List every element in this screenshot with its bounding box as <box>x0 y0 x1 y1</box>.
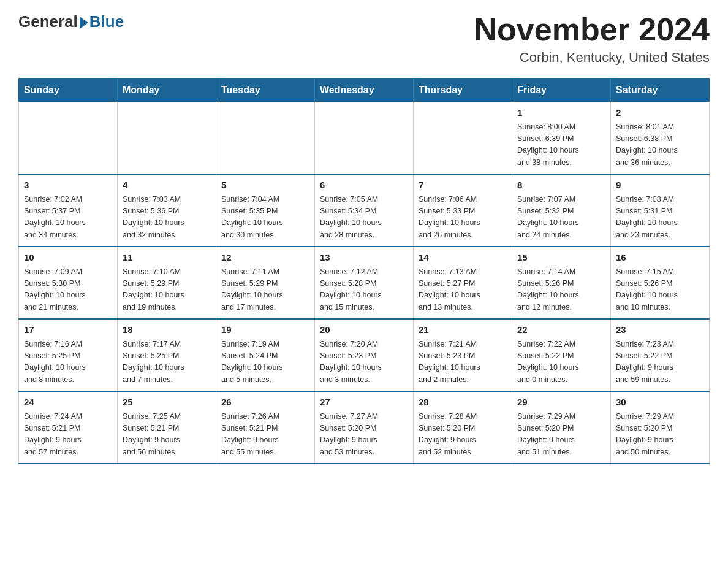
calendar-cell <box>118 102 216 175</box>
day-number: 18 <box>123 323 211 337</box>
calendar-cell: 2Sunrise: 8:01 AMSunset: 6:38 PMDaylight… <box>611 102 710 175</box>
days-header-row: SundayMondayTuesdayWednesdayThursdayFrid… <box>19 79 710 102</box>
day-info: Sunrise: 7:13 AMSunset: 5:27 PMDaylight:… <box>419 266 507 314</box>
calendar-cell: 29Sunrise: 7:29 AMSunset: 5:20 PMDayligh… <box>512 391 611 464</box>
calendar-cell: 8Sunrise: 7:07 AMSunset: 5:32 PMDaylight… <box>512 174 611 247</box>
month-title: November 2024 <box>474 12 710 47</box>
day-number: 27 <box>320 396 408 410</box>
calendar-cell: 24Sunrise: 7:24 AMSunset: 5:21 PMDayligh… <box>19 391 118 464</box>
day-number: 12 <box>221 251 309 265</box>
calendar-cell: 18Sunrise: 7:17 AMSunset: 5:25 PMDayligh… <box>118 319 216 391</box>
calendar-cell: 17Sunrise: 7:16 AMSunset: 5:25 PMDayligh… <box>19 319 118 391</box>
day-info: Sunrise: 7:17 AMSunset: 5:25 PMDaylight:… <box>123 339 211 386</box>
calendar-cell: 12Sunrise: 7:11 AMSunset: 5:29 PMDayligh… <box>216 247 315 319</box>
logo: General Blue <box>18 12 124 31</box>
day-info: Sunrise: 7:03 AMSunset: 5:36 PMDaylight:… <box>123 194 211 242</box>
calendar-cell: 9Sunrise: 7:08 AMSunset: 5:31 PMDaylight… <box>611 174 710 247</box>
day-info: Sunrise: 7:08 AMSunset: 5:31 PMDaylight:… <box>616 194 704 242</box>
calendar-cell: 16Sunrise: 7:15 AMSunset: 5:26 PMDayligh… <box>611 247 710 319</box>
day-number: 22 <box>517 323 605 337</box>
logo-general-text: General <box>18 12 78 31</box>
day-info: Sunrise: 7:12 AMSunset: 5:28 PMDaylight:… <box>320 266 408 314</box>
calendar-week-row: 17Sunrise: 7:16 AMSunset: 5:25 PMDayligh… <box>19 319 710 391</box>
day-number: 17 <box>24 323 112 337</box>
day-info: Sunrise: 7:09 AMSunset: 5:30 PMDaylight:… <box>24 266 112 314</box>
calendar-cell: 4Sunrise: 7:03 AMSunset: 5:36 PMDaylight… <box>118 174 216 247</box>
calendar-cell: 25Sunrise: 7:25 AMSunset: 5:21 PMDayligh… <box>118 391 216 464</box>
day-number: 9 <box>616 178 704 193</box>
day-number: 10 <box>24 251 112 265</box>
calendar-cell: 28Sunrise: 7:28 AMSunset: 5:20 PMDayligh… <box>414 391 512 464</box>
calendar-cell: 27Sunrise: 7:27 AMSunset: 5:20 PMDayligh… <box>315 391 414 464</box>
day-info: Sunrise: 7:10 AMSunset: 5:29 PMDaylight:… <box>123 266 211 314</box>
day-number: 13 <box>320 251 408 265</box>
calendar-cell: 26Sunrise: 7:26 AMSunset: 5:21 PMDayligh… <box>216 391 315 464</box>
day-info: Sunrise: 7:29 AMSunset: 5:20 PMDaylight:… <box>616 411 704 459</box>
calendar-cell: 5Sunrise: 7:04 AMSunset: 5:35 PMDaylight… <box>216 174 315 247</box>
day-info: Sunrise: 7:25 AMSunset: 5:21 PMDaylight:… <box>123 411 211 459</box>
day-number: 26 <box>221 396 309 410</box>
calendar-cell: 13Sunrise: 7:12 AMSunset: 5:28 PMDayligh… <box>315 247 414 319</box>
day-number: 4 <box>123 178 211 193</box>
calendar-cell <box>315 102 414 175</box>
day-number: 30 <box>616 396 704 410</box>
day-number: 21 <box>419 323 507 337</box>
calendar-cell <box>216 102 315 175</box>
day-of-week-header: Sunday <box>19 79 118 102</box>
day-info: Sunrise: 7:27 AMSunset: 5:20 PMDaylight:… <box>320 411 408 459</box>
day-number: 23 <box>616 323 704 337</box>
day-info: Sunrise: 7:02 AMSunset: 5:37 PMDaylight:… <box>24 194 112 242</box>
day-number: 28 <box>419 396 507 410</box>
location-subtitle: Corbin, Kentucky, United States <box>474 50 710 66</box>
calendar-cell: 21Sunrise: 7:21 AMSunset: 5:23 PMDayligh… <box>414 319 512 391</box>
calendar-cell: 14Sunrise: 7:13 AMSunset: 5:27 PMDayligh… <box>414 247 512 319</box>
day-of-week-header: Thursday <box>414 79 512 102</box>
day-number: 8 <box>517 178 605 193</box>
day-number: 24 <box>24 396 112 410</box>
calendar-cell: 23Sunrise: 7:23 AMSunset: 5:22 PMDayligh… <box>611 319 710 391</box>
day-number: 3 <box>24 178 112 193</box>
day-number: 11 <box>123 251 211 265</box>
logo-blue-text: Blue <box>89 12 124 31</box>
day-of-week-header: Saturday <box>611 79 710 102</box>
calendar-cell: 10Sunrise: 7:09 AMSunset: 5:30 PMDayligh… <box>19 247 118 319</box>
calendar-cell: 20Sunrise: 7:20 AMSunset: 5:23 PMDayligh… <box>315 319 414 391</box>
day-info: Sunrise: 7:26 AMSunset: 5:21 PMDaylight:… <box>221 411 309 459</box>
calendar-cell: 3Sunrise: 7:02 AMSunset: 5:37 PMDaylight… <box>19 174 118 247</box>
calendar-week-row: 10Sunrise: 7:09 AMSunset: 5:30 PMDayligh… <box>19 247 710 319</box>
day-info: Sunrise: 7:16 AMSunset: 5:25 PMDaylight:… <box>24 339 112 386</box>
day-info: Sunrise: 7:05 AMSunset: 5:34 PMDaylight:… <box>320 194 408 242</box>
day-info: Sunrise: 7:29 AMSunset: 5:20 PMDaylight:… <box>517 411 605 459</box>
day-info: Sunrise: 7:04 AMSunset: 5:35 PMDaylight:… <box>221 194 309 242</box>
day-number: 7 <box>419 178 507 193</box>
day-of-week-header: Friday <box>512 79 611 102</box>
calendar-cell: 7Sunrise: 7:06 AMSunset: 5:33 PMDaylight… <box>414 174 512 247</box>
calendar-week-row: 24Sunrise: 7:24 AMSunset: 5:21 PMDayligh… <box>19 391 710 464</box>
day-number: 19 <box>221 323 309 337</box>
day-info: Sunrise: 7:20 AMSunset: 5:23 PMDaylight:… <box>320 339 408 386</box>
calendar-cell: 6Sunrise: 7:05 AMSunset: 5:34 PMDaylight… <box>315 174 414 247</box>
calendar-cell: 15Sunrise: 7:14 AMSunset: 5:26 PMDayligh… <box>512 247 611 319</box>
calendar-cell: 30Sunrise: 7:29 AMSunset: 5:20 PMDayligh… <box>611 391 710 464</box>
day-of-week-header: Tuesday <box>216 79 315 102</box>
calendar-cell <box>414 102 512 175</box>
calendar-cell <box>19 102 118 175</box>
calendar-body: 1Sunrise: 8:00 AMSunset: 6:39 PMDaylight… <box>19 102 710 464</box>
day-number: 5 <box>221 178 309 193</box>
day-number: 6 <box>320 178 408 193</box>
day-number: 1 <box>517 106 605 120</box>
calendar-cell: 19Sunrise: 7:19 AMSunset: 5:24 PMDayligh… <box>216 319 315 391</box>
day-of-week-header: Monday <box>118 79 216 102</box>
day-info: Sunrise: 7:19 AMSunset: 5:24 PMDaylight:… <box>221 339 309 386</box>
day-info: Sunrise: 7:28 AMSunset: 5:20 PMDaylight:… <box>419 411 507 459</box>
day-info: Sunrise: 7:06 AMSunset: 5:33 PMDaylight:… <box>419 194 507 242</box>
day-info: Sunrise: 7:15 AMSunset: 5:26 PMDaylight:… <box>616 266 704 314</box>
day-number: 15 <box>517 251 605 265</box>
day-info: Sunrise: 7:22 AMSunset: 5:22 PMDaylight:… <box>517 339 605 386</box>
day-number: 25 <box>123 396 211 410</box>
day-number: 16 <box>616 251 704 265</box>
day-info: Sunrise: 7:24 AMSunset: 5:21 PMDaylight:… <box>24 411 112 459</box>
day-info: Sunrise: 8:00 AMSunset: 6:39 PMDaylight:… <box>517 121 605 169</box>
day-info: Sunrise: 7:14 AMSunset: 5:26 PMDaylight:… <box>517 266 605 314</box>
title-block: November 2024 Corbin, Kentucky, United S… <box>474 12 710 66</box>
